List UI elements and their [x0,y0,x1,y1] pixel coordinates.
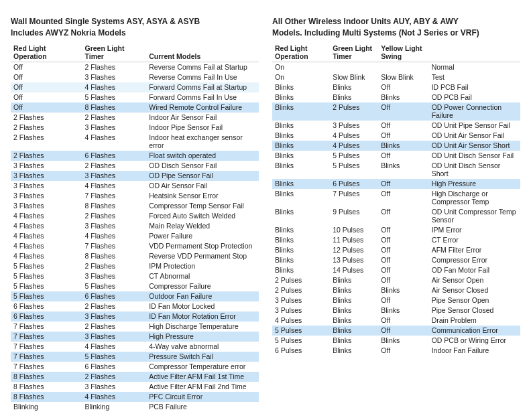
left-cell-25-0: 7 Flashes [11,322,82,332]
right-cell-0-3: Normal [429,62,520,72]
right-cell-1-2: Slow Blink [378,72,428,82]
right-cell-25-1: Blinks [330,346,378,356]
right-cell-2-1: Blinks [330,82,378,92]
left-cell-6-2: Indoor Pipe Sensor Fail [146,123,259,133]
left-cell-28-2: Pressure Switch Fail [146,352,259,362]
right-cell-0-1 [330,62,378,72]
right-cell-13-2: Off [378,225,428,235]
left-cell-5-1: 2 Flashes [82,113,147,123]
right-cell-1-1: Slow Blink [330,72,378,82]
right-cell-14-3: CT Error [429,235,520,245]
table-row: 4 Flashes7 FlashesVDD Permament Stop Pro… [11,241,259,251]
table-row: BlinksBlinksOffID PCB Fail [272,82,520,92]
table-row: OnNormal [272,62,520,72]
right-cell-18-2: Off [378,275,428,285]
left-cell-21-1: 5 Flashes [82,281,147,291]
right-cell-8-0: Blinks [272,151,330,161]
left-cell-11-0: 3 Flashes [11,181,82,191]
table-row: 8 Flashes3 FlashesActive Filter AFM Fail… [11,382,259,392]
left-cell-31-2: Active Filter AFM Fail 2nd Time [146,382,259,392]
table-row: 3 Flashes4 FlashesOD Air Sensor Fail [11,181,259,191]
table-row: 5 PulsesBlinksOffCommunication Error [272,326,520,336]
left-cell-32-0: 8 Flashes [11,392,82,402]
left-cell-10-0: 3 Flashes [11,171,82,181]
table-row: 3 Flashes8 FlashesCompressor Temp Sensor… [11,201,259,211]
right-cell-6-0: Blinks [272,131,330,141]
right-cell-24-2: Blinks [378,336,428,346]
left-cell-9-1: 2 Flashes [82,161,147,171]
left-cell-11-1: 4 Flashes [82,181,147,191]
left-cell-24-0: 6 Flashes [11,311,82,322]
table-row: BlinksBlinksBlinksOD PCB Fail [272,92,520,102]
left-cell-30-2: Active Filter AFM Fail 1st Time [146,372,259,382]
left-cell-19-0: 5 Flashes [11,261,82,271]
right-cell-0-2 [378,62,428,72]
table-row: 6 Flashes3 FlashesID Fan Motor Rotation … [11,311,259,322]
left-cell-4-2: Wired Remote Control Failure [146,102,259,113]
right-cell-15-0: Blinks [272,245,330,255]
left-cell-8-0: 2 Flashes [11,151,82,161]
left-cell-22-2: Outdoor Fan Failure [146,291,259,301]
right-cell-8-3: OD Unit Disch Sensor Fail [429,151,520,161]
table-row: 7 Flashes6 FlashesCompressor Temperature… [11,362,259,372]
table-row: Blinks11 PulsesOffCT Error [272,235,520,245]
right-column-title: All Other Wireless Indoor Units AUY, ABY… [272,16,520,39]
right-header-col4 [429,43,520,62]
left-cell-24-1: 3 Flashes [82,311,147,322]
left-cell-21-0: 5 Flashes [11,281,82,291]
table-row: 2 PulsesBlinksOffAir Sensor Open [272,275,520,285]
table-row: 5 Flashes3 FlashesCT Abnormal [11,271,259,281]
right-cell-11-0: Blinks [272,189,330,207]
table-row: 7 Flashes2 FlashesHigh Discharge Tempera… [11,322,259,332]
left-cell-8-2: Float switch operated [146,151,259,161]
left-cell-12-2: Heatsink Sensor Error [146,191,259,201]
left-cell-28-0: 7 Flashes [11,352,82,362]
right-cell-13-0: Blinks [272,225,330,235]
left-cell-16-1: 4 Flashes [82,231,147,241]
right-cell-12-1: 9 Pulses [330,207,378,225]
table-row: 4 Flashes4 FlashesPower Failure [11,231,259,241]
left-header-col3: Current Models [146,43,259,62]
right-cell-13-1: 10 Pulses [330,225,378,235]
table-row: 8 Flashes2 FlashesActive Filter AFM Fail… [11,372,259,382]
left-cell-27-0: 7 Flashes [11,342,82,352]
table-row: Blinks12 PulsesOffAFM Filter Error [272,245,520,255]
right-cell-15-2: Off [378,245,428,255]
table-row: 2 PulsesBlinksBlinksAir Sensor Closed [272,285,520,295]
left-cell-2-2: Forward Comms Fail at Startup [146,82,259,92]
table-row: 2 Flashes2 FlashesIndoor Air Sensor Fail [11,113,259,123]
left-table-body: Off2 FlashesReverse Comms Fail at Startu… [11,62,259,412]
left-cell-4-0: Off [11,102,82,113]
table-row: Blinks9 PulsesOffOD Unit Compressor Temp… [272,207,520,225]
left-table-header: Red Light Operation Green Light Timer Cu… [11,43,259,62]
right-cell-21-2: Blinks [378,305,428,316]
table-row: Blinks5 PulsesOffOD Unit Disch Sensor Fa… [272,151,520,161]
right-cell-16-1: 13 Pulses [330,255,378,265]
table-row: 3 PulsesBlinksOffPipe Sensor Open [272,295,520,305]
table-row: 3 Flashes3 FlashesOD Pipe Sensor Fail [11,171,259,181]
right-cell-2-2: Off [378,82,428,92]
right-header-col1: Red Light Operation [272,43,330,62]
right-table: Red Light Operation Green Light Timer Ye… [272,43,520,356]
right-cell-3-1: Blinks [330,92,378,102]
left-cell-18-0: 4 Flashes [11,251,82,261]
right-column: All Other Wireless Indoor Units AUY, ABY… [272,16,520,356]
left-cell-33-2: PCB Failure [146,402,259,412]
right-cell-22-3: Drain Problem [429,316,520,326]
right-cell-7-0: Blinks [272,141,330,151]
left-cell-14-0: 4 Flashes [11,211,82,221]
left-cell-0-1: 2 Flashes [82,62,147,72]
right-cell-9-1: 5 Pulses [330,161,378,179]
right-cell-7-2: Blinks [378,141,428,151]
left-cell-6-0: 2 Flashes [11,123,82,133]
table-row: Blinks2 PulsesOffOD Power Connection Fai… [272,102,520,121]
left-cell-25-2: High Discharge Temperature [146,322,259,332]
table-row: 2 Flashes6 FlashesFloat switch operated [11,151,259,161]
right-cell-5-2: Off [378,121,428,131]
right-cell-25-3: Indoor Fan Failure [429,346,520,356]
right-cell-25-0: 6 Pulses [272,346,330,356]
table-row: 4 Flashes8 FlashesReverse VDD Permament … [11,251,259,261]
left-cell-18-2: Reverse VDD Permament Stop [146,251,259,261]
left-cell-3-2: Forward Comms Fail In Use [146,92,259,102]
right-cell-3-3: OD PCB Fail [429,92,520,102]
